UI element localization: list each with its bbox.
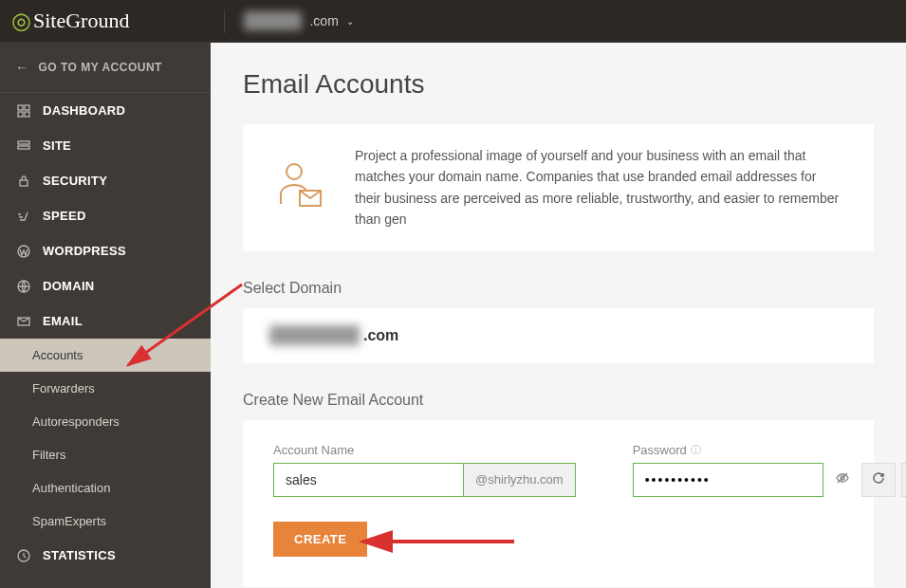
select-domain-label: Select Domain [243,280,874,297]
sidebar-item-speed[interactable]: SPEED [0,198,211,233]
sidebar-subitem-forwarders[interactable]: Forwarders [0,372,211,405]
top-bar: ◎ SiteGround xxx .com ⌄ [0,0,906,43]
sidebar-item-email[interactable]: EMAIL [0,303,211,339]
svg-rect-1 [25,105,29,110]
svg-rect-5 [18,146,29,149]
logo-text: SiteGround [33,9,129,33]
svg-rect-0 [18,105,23,110]
account-suffix: @shirlyzhu.com [464,463,576,497]
back-to-account-link[interactable]: ← GO TO MY ACCOUNT [0,43,211,93]
sidebar-item-domain[interactable]: DOMAIN [0,268,211,303]
sidebar-item-wordpress[interactable]: WORDPRESS [0,233,211,268]
svg-rect-2 [18,112,23,117]
grid-icon [15,104,32,118]
svg-rect-4 [18,141,29,144]
arrow-left-icon: ← [15,60,29,75]
sidebar-subitem-authentication[interactable]: Authentication [0,471,211,505]
domain-blurred-main: xxxxx [269,325,360,345]
svg-rect-6 [20,180,28,186]
layers-icon [15,139,32,153]
info-icon: ⓘ [691,443,701,457]
create-card: Account Name @shirlyzhu.com Password ⓘ [243,420,874,587]
domain-box[interactable]: xxxxx .com [243,308,874,363]
sidebar-subitem-filters[interactable]: Filters [0,438,211,471]
sidebar-subitem-autoresponders[interactable]: Autoresponders [0,405,211,438]
password-input[interactable] [633,463,823,497]
domain-suffix-main: .com [363,327,398,343]
back-label: GO TO MY ACCOUNT [39,61,162,74]
account-name-input[interactable] [273,463,464,497]
chevron-down-icon: ⌄ [346,16,354,27]
info-text: Project a professional image of yourself… [355,145,845,230]
sidebar: ← GO TO MY ACCOUNT DASHBOARD SITE SECUR [0,43,211,588]
sidebar-item-statistics[interactable]: STATISTICS [0,538,211,573]
create-section-label: Create New Email Account [243,392,874,409]
page-title: Email Accounts [243,69,874,100]
password-label: Password ⓘ [633,443,906,457]
sidebar-item-security[interactable]: SECURITY [0,163,211,198]
wordpress-icon [15,245,32,258]
svg-rect-3 [25,112,29,117]
mail-icon [15,315,32,328]
sidebar-subitem-accounts[interactable]: Accounts [0,339,211,372]
content-area: Email Accounts Project a professional im… [211,43,906,588]
logo-icon: ◎ [11,8,31,34]
divider [224,9,225,33]
domain-blurred: xxx [244,11,302,30]
logo: ◎ SiteGround [11,8,129,34]
speed-icon [15,210,32,223]
domain-suffix: .com [309,13,338,28]
domain-selector[interactable]: xxx .com ⌄ [244,11,353,30]
toggle-visibility-button[interactable] [829,463,856,497]
email-person-icon [271,158,326,217]
refresh-password-button[interactable] [861,463,896,497]
globe-icon [15,280,32,293]
sidebar-item-site[interactable]: SITE [0,128,211,163]
account-name-label: Account Name [273,443,576,457]
svg-point-11 [287,164,302,179]
sidebar-subitem-spamexperts[interactable]: SpamExperts [0,505,211,538]
lock-icon [15,175,32,188]
copy-button[interactable]: COPY [901,463,906,497]
create-button[interactable]: CREATE [273,522,367,557]
info-card: Project a professional image of yourself… [243,124,874,251]
clock-icon [15,549,32,562]
sidebar-item-dashboard[interactable]: DASHBOARD [0,93,211,128]
